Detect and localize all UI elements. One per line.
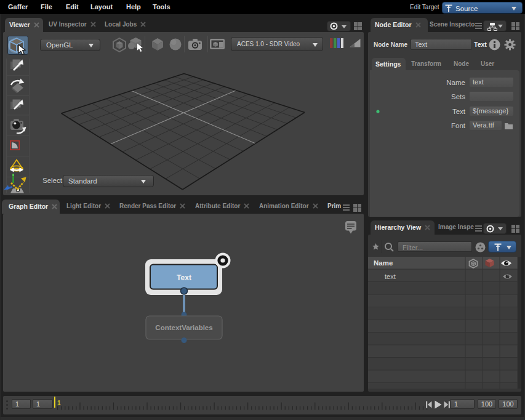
svg-text:Text: Text bbox=[177, 273, 191, 282]
svg-text:ContextVariables: ContextVariables bbox=[155, 324, 212, 331]
